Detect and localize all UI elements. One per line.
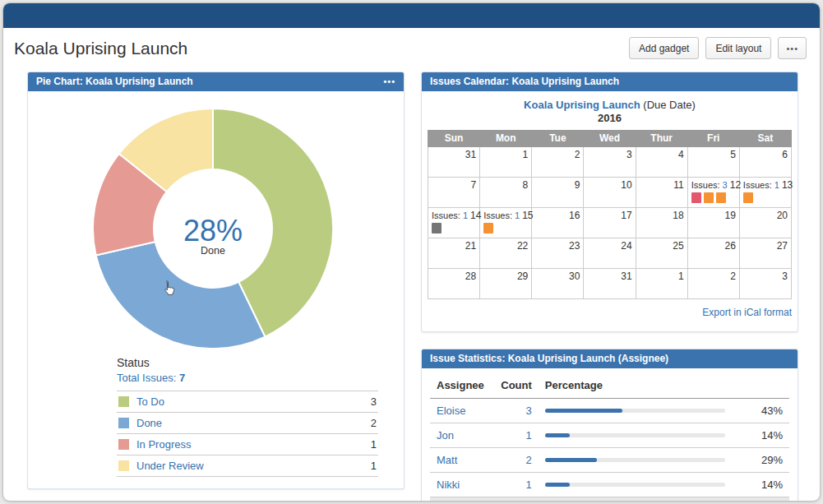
legend-swatch-cell — [117, 455, 135, 477]
calendar-gadget-header: Issues Calendar: Koala Uprising Launch — [422, 72, 798, 91]
legend-color-swatch — [118, 439, 129, 450]
stats-percentage-label: 43% — [742, 399, 789, 423]
issue-square-icon[interactable] — [716, 192, 726, 203]
assignee-link[interactable]: Eloise — [437, 405, 465, 417]
calendar-day-cell: 17 — [584, 208, 636, 238]
percentage-bar-fill — [545, 409, 622, 413]
calendar-week-row: 7891011Issues: 312Issues: 113 — [428, 178, 792, 208]
calendar-day-header: Mon — [480, 131, 532, 147]
stats-count-cell: 1 — [491, 423, 539, 448]
calendar-day-cell: 30 — [532, 269, 584, 299]
legend-count: 1 — [350, 455, 378, 477]
calendar-day-cell: 1 — [480, 147, 532, 178]
pie-gadget-title: Pie Chart: Koala Uprising Launch — [36, 76, 193, 87]
legend-label-link[interactable]: Under Review — [135, 455, 350, 477]
calendar-day-cell: 26 — [687, 238, 739, 269]
calendar-day-number: 6 — [782, 149, 788, 160]
gadget-menu-ellipsis-icon[interactable]: ••• — [383, 77, 395, 86]
calendar-issues-count-link[interactable]: 3 — [723, 180, 728, 190]
issue-square-icon[interactable] — [691, 192, 701, 203]
calendar-cell-issues: Issues: 3 — [691, 179, 728, 191]
calendar-day-cell: Issues: 113 — [739, 178, 791, 208]
assignee-link[interactable]: Matt — [437, 454, 457, 466]
stats-assignee-cell: Eloise — [430, 399, 491, 423]
hand-pointer-icon — [162, 280, 175, 296]
calendar-day-cell: 27 — [739, 238, 791, 269]
stats-percentage-label: 29% — [742, 448, 789, 473]
pie-gadget-body: 28%Done Status Total Issues: 7 To Do3Don… — [28, 99, 404, 488]
calendar-day-number: 3 — [782, 270, 788, 282]
calendar-day-number: 16 — [569, 210, 580, 221]
calendar-week-row: 28293031123 — [428, 269, 792, 299]
calendar-day-cell: 9 — [532, 178, 584, 208]
calendar-day-cell: 31 — [428, 147, 480, 178]
legend-swatch-cell — [117, 391, 135, 413]
legend-count: 3 — [350, 391, 378, 413]
percentage-bar-track — [545, 409, 725, 413]
calendar-day-cell: Issues: 115 — [480, 208, 532, 238]
more-actions-button[interactable]: ••• — [778, 37, 807, 59]
issue-square-icon[interactable] — [432, 223, 442, 234]
issue-square-icon[interactable] — [704, 192, 714, 203]
calendar-issues-count-link[interactable]: 1 — [515, 210, 520, 220]
issues-calendar-gadget: Issues Calendar: Koala Uprising Launch K… — [421, 72, 798, 332]
calendar-day-header: Tue — [532, 131, 584, 147]
assignee-link[interactable]: Nikki — [437, 479, 460, 491]
calendar-day-number: 14 — [470, 210, 481, 221]
stats-total-row: Total 7 — [430, 497, 789, 502]
calendar-project-link[interactable]: Koala Uprising Launch — [524, 99, 640, 111]
calendar-issues-count-link[interactable]: 1 — [463, 210, 468, 220]
calendar-table: SunMonTueWedThurFriSat 311234567891011Is… — [428, 130, 792, 299]
count-link[interactable]: 1 — [526, 479, 532, 491]
legend-swatch-cell — [117, 413, 135, 434]
legend-total: Total Issues: 7 — [117, 372, 378, 384]
count-link[interactable]: 2 — [526, 454, 532, 466]
stats-count-cell: 1 — [491, 473, 539, 497]
legend-label-link[interactable]: In Progress — [135, 434, 350, 455]
export-ical-link[interactable]: Export in iCal format — [702, 307, 792, 318]
calendar-issues-count-link[interactable]: 1 — [774, 180, 779, 190]
calendar-day-number: 17 — [621, 210, 631, 221]
calendar-day-cell: 22 — [480, 238, 532, 269]
calendar-subtitle-suffix: (Due Date) — [640, 99, 696, 111]
calendar-issue-squares — [432, 223, 476, 236]
stats-col-assignee: Assignee — [430, 372, 491, 399]
stats-bar-cell — [539, 423, 742, 448]
legend-row: In Progress1 — [117, 434, 378, 455]
issue-square-icon[interactable] — [743, 192, 753, 203]
edit-layout-button[interactable]: Edit layout — [705, 37, 771, 59]
calendar-day-cell: 31 — [584, 269, 636, 299]
issue-square-icon[interactable] — [483, 223, 493, 234]
calendar-day-number: 7 — [470, 179, 476, 191]
calendar-day-cell: 21 — [428, 238, 480, 269]
calendar-day-number: 22 — [517, 240, 528, 252]
right-column: Issues Calendar: Koala Uprising Launch K… — [421, 72, 798, 502]
assignee-link[interactable]: Jon — [437, 429, 454, 442]
calendar-day-cell: 11 — [636, 178, 687, 208]
calendar-day-number: 12 — [730, 179, 741, 191]
calendar-day-number: 24 — [621, 240, 631, 252]
donut-center-percent: 28% — [183, 214, 243, 247]
percentage-bar-fill — [545, 433, 571, 437]
donut-chart[interactable]: 28%Done — [28, 99, 404, 356]
calendar-day-header: Fri — [687, 131, 739, 147]
legend-label-link[interactable]: Done — [135, 413, 350, 434]
stats-count-cell: 2 — [491, 448, 539, 473]
dashboard-window: Koala Uprising Launch Add gadget Edit la… — [2, 2, 821, 502]
count-link[interactable]: 1 — [526, 429, 532, 442]
legend-row: Under Review1 — [117, 455, 378, 477]
calendar-day-cell: 2 — [687, 269, 739, 299]
stats-assignee-cell: Matt — [430, 448, 491, 473]
calendar-issue-squares — [743, 192, 788, 206]
legend-label-link[interactable]: To Do — [135, 391, 350, 413]
calendar-day-number: 29 — [517, 270, 528, 282]
left-column: Pie Chart: Koala Uprising Launch ••• 28%… — [27, 72, 405, 502]
count-link[interactable]: 3 — [526, 405, 532, 417]
legend-color-swatch — [118, 418, 129, 428]
add-gadget-button[interactable]: Add gadget — [629, 37, 699, 59]
calendar-day-cell: 18 — [636, 208, 687, 238]
legend-count: 2 — [350, 413, 378, 434]
calendar-day-cell: 8 — [480, 178, 532, 208]
calendar-day-cell: 16 — [532, 208, 584, 238]
calendar-day-number: 2 — [575, 149, 580, 160]
